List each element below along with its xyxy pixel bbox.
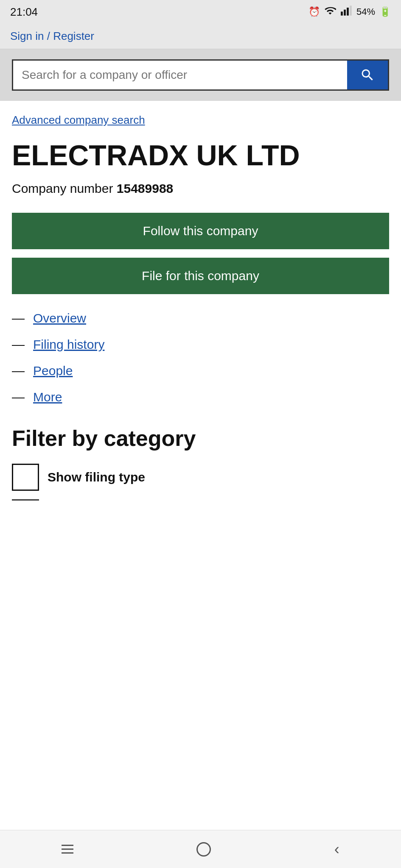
nav-link-filing-history[interactable]: Filing history [33,337,104,352]
advanced-search-link[interactable]: Advanced company search [12,114,145,127]
main-content: Advanced company search ELECTRADX UK LTD… [0,101,401,526]
search-button[interactable] [347,61,388,89]
bottom-nav-back-button[interactable]: ‹ [322,836,352,862]
home-circle-icon [196,842,211,857]
bottom-nav-menu-button[interactable] [49,840,86,858]
nav-link-overview[interactable]: Overview [33,311,86,326]
wifi-icon [324,5,336,19]
status-time: 21:04 [10,6,38,19]
search-input[interactable] [13,61,347,89]
show-filing-type-label: Show filing type [48,470,145,484]
alarm-icon: ⏰ [308,6,320,17]
status-bar: 21:04 ⏰ 54% 🔋 [0,0,401,24]
bottom-nav-home-button[interactable] [184,838,224,861]
nav-item-people: — People [12,364,389,378]
company-number-label: Company number [12,181,113,195]
battery-percent: 54% [356,6,375,17]
back-chevron-icon: ‹ [334,840,339,858]
follow-button[interactable]: Follow this company [12,213,389,249]
svg-rect-3 [350,6,352,15]
nav-dash-people: — [12,364,25,378]
nav-link-people[interactable]: People [33,364,73,378]
nav-dash-more: — [12,390,25,404]
search-section [0,49,401,101]
status-icons: ⏰ 54% 🔋 [308,5,391,19]
file-button[interactable]: File for this company [12,258,389,294]
search-icon [360,67,375,83]
signin-link[interactable]: Sign in / Register [10,30,94,42]
bottom-nav: ‹ [0,830,401,868]
company-number-value: 15489988 [117,181,173,195]
show-filing-type-row: Show filing type [12,464,389,491]
nav-dash-filing-history: — [12,337,25,352]
svg-rect-0 [341,11,343,15]
battery-icon: 🔋 [379,6,391,17]
filter-divider [12,499,39,501]
filter-title: Filter by category [12,426,389,451]
show-filing-type-checkbox[interactable] [12,464,39,491]
company-number-text: Company number 15489988 [12,181,389,196]
search-container [12,59,389,91]
nav-dash-overview: — [12,311,25,326]
signin-bar: Sign in / Register [0,24,401,49]
nav-link-more[interactable]: More [33,390,62,404]
filter-section: Filter by category Show filing type [12,426,389,501]
svg-rect-2 [347,8,349,16]
company-name: ELECTRADX UK LTD [12,139,389,171]
company-nav: — Overview — Filing history — People — M… [12,311,389,404]
menu-lines-icon [62,845,73,854]
nav-item-filing-history: — Filing history [12,337,389,352]
signal-icon [340,5,352,19]
nav-item-more: — More [12,390,389,404]
nav-item-overview: — Overview [12,311,389,326]
svg-rect-1 [344,10,346,16]
